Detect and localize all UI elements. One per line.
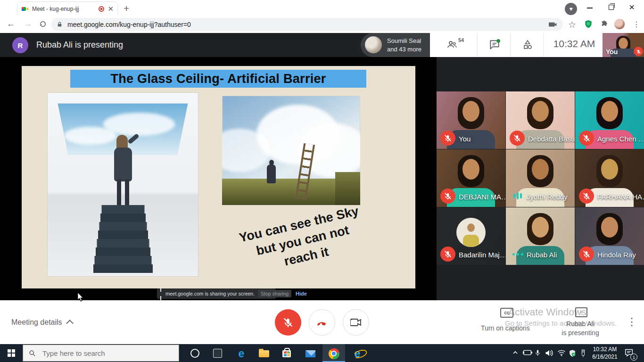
camera-in-use-icon[interactable] xyxy=(549,21,557,28)
address-bar[interactable]: meet.google.com/kug-enup-ijj?authuser=0 xyxy=(51,18,563,31)
participant-tile[interactable]: Badarilin Maj… xyxy=(437,207,505,265)
meeting-details-label: Meeting details xyxy=(11,318,62,327)
participant-tile[interactable]: FARHANA HA… xyxy=(575,149,644,207)
self-label: You xyxy=(606,48,618,56)
activities-button[interactable] xyxy=(521,39,534,52)
mail-icon[interactable] xyxy=(305,348,316,359)
tray-mic-icon[interactable] xyxy=(535,349,541,357)
more-options-icon[interactable]: ⋮ xyxy=(627,316,637,328)
internet-explorer-icon[interactable]: e xyxy=(352,348,363,359)
stop-sharing-button[interactable]: Stop sharing xyxy=(258,290,291,297)
reload-button[interactable] xyxy=(39,20,47,28)
battery-charging-icon[interactable] xyxy=(522,349,533,356)
edge-icon[interactable]: e xyxy=(236,348,247,359)
tab-close-icon[interactable]: ✕ xyxy=(107,5,114,12)
mic-muted-icon xyxy=(579,247,594,262)
windows-logo-icon xyxy=(8,349,15,357)
participant-name: Agnes Chen … xyxy=(597,135,644,143)
mic-muted-icon xyxy=(440,189,455,204)
media-controls-icon[interactable]: ♥ xyxy=(565,3,577,15)
task-view-icon[interactable] xyxy=(213,349,222,358)
tray-date: 6/16/2021 xyxy=(589,353,620,361)
participant-tile[interactable]: You xyxy=(437,91,505,149)
divider xyxy=(510,33,511,57)
presenter-avatar: R xyxy=(12,37,28,53)
cortana-icon[interactable] xyxy=(190,349,199,358)
presenting-name: Rubab Ali xyxy=(557,320,604,328)
tray-time: 10:32 AM xyxy=(589,346,620,353)
tray-clock[interactable]: 10:32 AM 6/16/2021 xyxy=(589,346,620,361)
mute-microphone-button[interactable] xyxy=(275,309,301,336)
mic-muted-icon xyxy=(510,131,525,146)
participant-tile[interactable]: Debdatta Basu xyxy=(506,91,575,149)
participant-tile[interactable]: Jyothi Reddy xyxy=(506,149,575,207)
participant-name: You xyxy=(459,135,471,143)
start-button[interactable] xyxy=(0,344,23,362)
activate-windows-watermark: Activate Windows xyxy=(508,306,586,318)
speaking-indicator-icon xyxy=(513,192,522,199)
captions-icon[interactable]: cc xyxy=(500,308,513,318)
file-explorer-icon[interactable] xyxy=(258,348,270,359)
participant-name: DEBJANI MA… xyxy=(459,193,505,201)
people-button[interactable]: 54 xyxy=(446,39,464,50)
participant-name: Debdatta Basu xyxy=(528,135,575,143)
self-video-thumbnail[interactable]: You xyxy=(603,33,644,57)
meeting-clock: 10:32 AM xyxy=(548,38,601,49)
url-text[interactable]: meet.google.com/kug-enup-ijj?authuser=0 xyxy=(67,21,544,28)
participant-face xyxy=(532,159,549,180)
screen-share-bar: meet.google.com is sharing your screen. … xyxy=(157,288,276,299)
lock-icon xyxy=(57,21,63,28)
speaker-icon[interactable] xyxy=(545,349,553,357)
sky-ladder-image xyxy=(222,96,360,205)
chat-button[interactable] xyxy=(488,39,501,53)
avatar xyxy=(456,218,486,247)
slide-caption: You can see the Sky but you can not reac… xyxy=(221,199,384,282)
participant-tile[interactable]: Rubab Ali xyxy=(506,207,575,265)
tray-chevron-icon[interactable] xyxy=(512,349,519,356)
taskbar-search[interactable] xyxy=(23,345,179,362)
window-minimize-button[interactable] xyxy=(587,8,593,8)
camera-button[interactable] xyxy=(343,309,369,336)
search-icon xyxy=(29,350,36,357)
extensions-puzzle-icon[interactable] xyxy=(600,20,609,29)
usb-icon[interactable] xyxy=(580,349,586,357)
participant-name: Rubab Ali xyxy=(527,251,557,259)
participant-tile[interactable]: DEBJANI MA… xyxy=(437,149,505,207)
pill-more: and 43 more xyxy=(387,46,421,53)
bookmark-star-icon[interactable]: ☆ xyxy=(568,19,576,30)
participants-pill[interactable]: Soumili Seal and 43 more xyxy=(361,33,430,57)
meet-favicon xyxy=(21,5,29,13)
meeting-details-button[interactable]: Meeting details xyxy=(11,318,73,327)
camera-icon xyxy=(350,318,362,327)
mic-muted-icon xyxy=(440,247,455,262)
presenting-sub: is presenting xyxy=(557,329,604,337)
presenting-icon[interactable]: ↑ xyxy=(575,307,587,317)
mic-muted-icon xyxy=(440,131,455,146)
participant-name: FARHANA HA… xyxy=(597,193,644,201)
search-input[interactable] xyxy=(41,349,161,358)
back-button[interactable]: ← xyxy=(7,19,15,29)
participant-tile[interactable]: Agnes Chen … xyxy=(575,91,644,149)
adblock-extension-icon[interactable] xyxy=(584,19,593,29)
wifi-icon[interactable] xyxy=(557,349,566,356)
mic-muted-icon xyxy=(579,131,594,146)
participant-grid: You Debdatta Basu Agnes Chen … DEBJANI M… xyxy=(437,91,644,265)
microsoft-store-icon[interactable] xyxy=(281,348,292,359)
participant-tile[interactable]: Hindola Ray xyxy=(575,207,644,265)
profile-avatar[interactable] xyxy=(614,19,625,29)
security-shield-icon[interactable] xyxy=(569,349,576,357)
browser-menu-icon[interactable]: ⋮ xyxy=(633,20,640,29)
captions-label[interactable]: Turn on captions xyxy=(477,324,534,332)
window-close-button[interactable]: × xyxy=(629,1,635,13)
browser-tab[interactable]: Meet - kug-enup-ijj ✕ xyxy=(17,1,118,16)
hide-share-bar-button[interactable]: Hide xyxy=(295,291,307,296)
chrome-icon[interactable] xyxy=(328,348,339,359)
activities-icon xyxy=(521,39,534,50)
new-tab-button[interactable]: + xyxy=(124,3,129,14)
window-restore-button[interactable] xyxy=(609,5,614,10)
end-call-button[interactable] xyxy=(309,309,335,336)
chevron-up-icon xyxy=(66,320,74,327)
people-count: 54 xyxy=(458,37,464,49)
participant-name: Hindola Ray xyxy=(597,251,636,259)
forward-button: → xyxy=(24,19,32,29)
